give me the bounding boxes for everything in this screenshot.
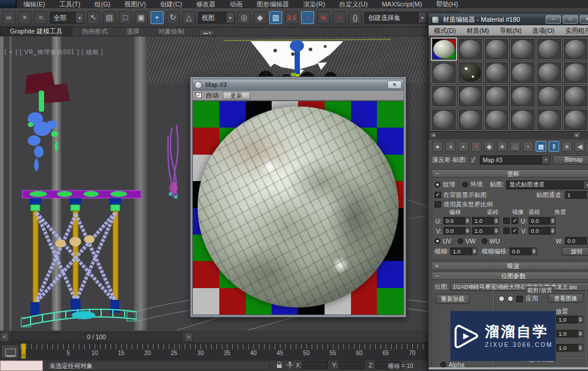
menu-item[interactable]: 模式(D) [429,26,461,35]
application-button[interactable] [0,0,16,8]
use-pivot-center-icon[interactable]: ◎ [238,11,250,24]
material-sample-slot[interactable] [485,109,509,131]
menu-item[interactable]: 视图(V) [118,0,153,8]
w-angle-spinner[interactable]: 0.0 [565,237,588,245]
transform-gizmo-icon[interactable] [286,362,294,369]
show-background-icon[interactable]: ▫ [523,141,533,152]
select-and-manipulate-icon[interactable]: ◆ [253,11,266,24]
maxscript-mini-listener[interactable] [0,360,43,371]
placement-v-spinner[interactable]: 1.0 [556,330,583,337]
material-sample-slot[interactable] [510,62,535,83]
vw-radio[interactable] [457,238,463,244]
map-type-button[interactable]: Bitmap [553,155,588,165]
window-crossing-icon[interactable]: ▣ [135,11,148,24]
menu-item[interactable]: 图形编辑器 [250,0,296,8]
snap-toggle-2-5-icon[interactable]: 2.5 [285,11,298,24]
get-material-icon[interactable]: ● [432,141,443,152]
wu-radio[interactable] [482,238,487,244]
ribbon-tab-selection[interactable]: 选择 [117,27,149,36]
menu-item[interactable]: 创建(C) [153,0,189,8]
v-tile-checkbox[interactable]: ✓ [512,228,518,234]
scroll-left-icon[interactable]: ◄ [430,132,437,138]
scroll-right-icon[interactable]: ► [573,132,580,138]
v-mirror-checkbox[interactable] [503,228,510,234]
menu-item[interactable]: 渲染(R) [296,0,332,8]
material-sample-slot[interactable] [537,109,562,131]
material-sample-slot[interactable] [432,62,456,83]
map-preview-canvas[interactable] [192,101,404,315]
material-sample-slot[interactable] [485,62,509,83]
current-frame-marker[interactable]: 0 [21,343,26,359]
material-sample-slot[interactable] [432,38,456,60]
v-angle-spinner[interactable]: 0.0 [529,227,556,235]
menu-item[interactable]: 材质(M) [461,26,495,35]
ribbon-tab-graphite[interactable]: Graphite 建模工具 [0,26,72,36]
assign-material-to-selection-icon[interactable]: ▪ [458,141,469,152]
material-sample-slot[interactable] [537,85,562,107]
x-coordinate-field[interactable] [302,361,328,369]
select-object-icon[interactable]: ↖ [87,11,100,24]
alpha-radio[interactable] [440,362,446,367]
material-sample-slot[interactable] [563,85,588,107]
rollout-coordinates[interactable]: − 坐标 [432,169,588,178]
minimize-icon[interactable]: ─ [546,15,561,24]
material-sample-slot[interactable] [458,109,483,131]
previous-frame-icon[interactable]: < [0,332,9,342]
selection-filter-dropdown[interactable]: 全部▼ [50,12,84,24]
u-tile-spinner[interactable]: 1.0 [472,217,499,225]
go-to-parent-icon[interactable]: ∗ [562,141,572,152]
map-name-dropdown[interactable]: Map #3▼ [480,155,550,165]
material-sample-slot[interactable] [458,62,483,83]
material-sample-slot[interactable] [432,109,456,131]
ribbon-tab-freeform[interactable]: 自由形式 [72,27,117,36]
put-material-to-scene-icon[interactable]: ◑ [445,141,456,152]
select-and-rotate-icon[interactable]: ↻ [166,11,179,24]
material-sample-slot[interactable] [485,85,509,107]
material-sample-slot[interactable] [432,85,456,107]
close-icon[interactable]: ✕ [387,81,402,89]
ribbon-tab-object-paint[interactable]: 对象绘制 [149,27,193,36]
apply-checkbox[interactable] [516,296,523,302]
real-world-checkbox[interactable] [435,201,441,208]
menu-item[interactable]: 修改器 [189,0,223,8]
go-forward-to-sibling-icon[interactable]: ◀ [574,141,585,152]
mapping-dropdown[interactable]: 显式贴图通道▼ [506,181,588,189]
material-sample-slot[interactable] [510,38,535,60]
menu-item[interactable]: 选项(O) [527,26,560,35]
material-sample-slot[interactable] [458,38,483,60]
menu-item[interactable]: 编辑(E) [16,0,52,8]
placement-w-spinner[interactable]: 1.0 [556,344,583,352]
texture-radio[interactable] [435,182,440,188]
material-sample-slot[interactable] [563,109,588,131]
named-selection-dropdown[interactable]: 创建选择集▼ [365,12,427,24]
spinner-snap-icon[interactable]: ∩ [333,11,346,24]
rollout-noise[interactable]: + 噪波 [432,262,588,270]
material-sample-slot[interactable] [510,109,535,131]
menu-item[interactable]: 帮助(H) [429,0,465,8]
u-angle-spinner[interactable]: 0.0 [529,217,556,225]
select-by-name-icon[interactable]: ▤ [103,11,116,24]
material-sample-slot[interactable] [537,62,562,83]
menu-item[interactable]: 实用程序(U) [560,26,588,35]
select-and-link-icon[interactable]: ∞ [2,11,15,24]
rollout-bitmap-parameters[interactable]: − 位图参数 [432,272,588,280]
reload-button[interactable]: 重新加载 [436,294,470,304]
crop-radio[interactable] [499,296,505,302]
menu-item[interactable]: 自定义(U) [332,0,375,8]
material-sample-slot[interactable] [485,38,509,60]
bind-to-space-warp-icon[interactable]: ≈ [34,11,47,24]
show-map-in-viewport-icon[interactable]: ▦ [536,141,546,152]
blur-spinner[interactable]: 1.0 [450,248,477,255]
map-window-titlebar[interactable]: Map #3 ✕ [192,79,404,91]
material-id-channel-icon[interactable]: □ [510,141,520,152]
menu-item[interactable]: 动画 [223,0,250,8]
environment-radio[interactable] [462,182,468,188]
viewport-label[interactable]: [ + ] [ VR_物理像机001 ] [ 线框 ] [5,48,103,56]
menu-item[interactable]: 导航(N) [495,26,527,35]
close-icon[interactable]: ✕ [580,15,588,24]
u-offset-spinner[interactable]: 0.0 [443,217,470,225]
show-on-back-checkbox[interactable]: ✓ [435,192,441,198]
reference-coordinate-dropdown[interactable]: 视图▼ [198,12,235,24]
make-material-copy-icon[interactable]: ◆ [484,141,495,152]
auto-checkbox[interactable]: ✓ [196,92,202,98]
